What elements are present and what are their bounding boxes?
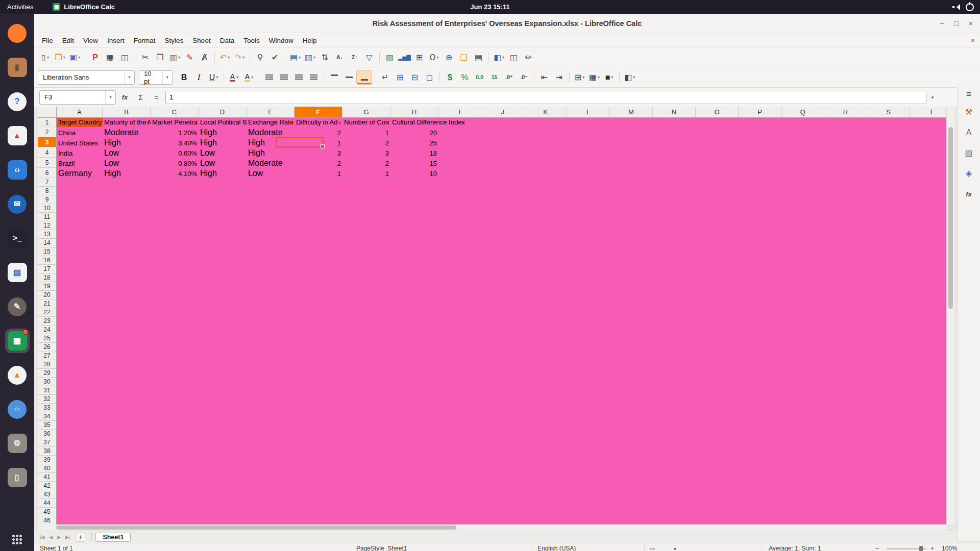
date-format-icon[interactable]: 15 bbox=[487, 70, 502, 84]
row-header[interactable]: 25 bbox=[38, 334, 56, 343]
cell[interactable]: India bbox=[57, 147, 103, 158]
save-icon[interactable]: ▣ ▾ bbox=[67, 51, 82, 64]
align-top-icon[interactable] bbox=[327, 70, 341, 84]
menu-help[interactable]: Help bbox=[298, 35, 322, 46]
zoom-slider-thumb[interactable] bbox=[919, 546, 923, 551]
cell[interactable]: 20 bbox=[390, 127, 438, 137]
underline-icon[interactable]: U ▾ bbox=[206, 70, 221, 84]
minimize-button[interactable]: − bbox=[940, 19, 944, 28]
page-style-status[interactable]: PageStyle_Sheet1 bbox=[356, 543, 407, 551]
cell[interactable]: 2 bbox=[342, 137, 390, 147]
column-header[interactable]: L bbox=[567, 107, 610, 117]
borders-icon[interactable]: ⊞ ▾ bbox=[572, 70, 587, 84]
cell[interactable]: Moderate bbox=[247, 158, 295, 168]
cell[interactable]: Germany bbox=[57, 168, 103, 178]
clear-formatting-icon[interactable]: Ⱥ bbox=[197, 51, 212, 64]
merge-center-icon[interactable]: ⊞ bbox=[393, 70, 407, 84]
cell[interactable]: High bbox=[247, 147, 295, 158]
column-header[interactable]: E bbox=[247, 107, 295, 117]
dock-chromium[interactable]: ○ bbox=[5, 397, 30, 421]
dock-thunderbird[interactable]: ✉ bbox=[5, 192, 30, 216]
column-header[interactable]: S bbox=[867, 107, 910, 117]
row-header[interactable]: 43 bbox=[38, 490, 56, 499]
row-header[interactable]: 45 bbox=[38, 508, 56, 516]
row-header[interactable]: 12 bbox=[38, 221, 56, 230]
column-header[interactable]: F bbox=[295, 107, 342, 117]
cell-cursor[interactable] bbox=[276, 137, 324, 147]
menu-file[interactable]: File bbox=[37, 35, 58, 46]
cell[interactable]: 1.20% bbox=[151, 127, 199, 137]
row-header[interactable]: 41 bbox=[38, 473, 56, 482]
cell[interactable]: 3 bbox=[342, 147, 390, 158]
export-pdf-icon[interactable]: P bbox=[88, 51, 103, 64]
bold-icon[interactable]: B bbox=[177, 70, 191, 84]
menu-tools[interactable]: Tools bbox=[239, 35, 264, 46]
add-decimal-icon[interactable]: .0⁺ bbox=[502, 70, 517, 84]
dock-vlc[interactable]: ▲ bbox=[5, 363, 30, 387]
cell[interactable]: Moderate bbox=[247, 127, 295, 137]
row-header[interactable]: 22 bbox=[38, 308, 56, 317]
number-format-icon[interactable]: 0.0 bbox=[472, 70, 487, 84]
cell[interactable]: Low bbox=[103, 147, 151, 158]
row-header[interactable]: 38 bbox=[38, 447, 56, 456]
currency-format-icon[interactable]: $ bbox=[443, 70, 457, 84]
close-document-icon[interactable]: × bbox=[971, 36, 975, 44]
insert-row-icon[interactable]: ▤ ▾ bbox=[288, 51, 303, 64]
menu-view[interactable]: View bbox=[79, 35, 103, 46]
row-header[interactable]: 18 bbox=[38, 273, 56, 282]
insert-column-icon[interactable]: ▥ ▾ bbox=[303, 51, 317, 64]
column-header[interactable]: K bbox=[524, 107, 567, 117]
sidebar-gallery-icon[interactable]: ▨ bbox=[962, 146, 976, 160]
row-header[interactable]: 30 bbox=[38, 378, 56, 386]
clock[interactable]: Jun 23 15:11 bbox=[0, 3, 980, 11]
row-header[interactable]: 46 bbox=[38, 516, 56, 524]
sidebar-settings-icon[interactable]: ≡ bbox=[966, 90, 971, 98]
column-header[interactable]: N bbox=[653, 107, 696, 117]
row-header[interactable]: 6 bbox=[38, 168, 56, 178]
column-header[interactable]: Q bbox=[781, 107, 824, 117]
cell[interactable]: Moderate bbox=[103, 127, 151, 137]
merge-cells-icon[interactable]: ⊟ bbox=[407, 70, 422, 84]
row-header[interactable]: 7 bbox=[38, 178, 56, 187]
tab-nav-last-icon[interactable]: ▶| bbox=[64, 535, 71, 540]
formula-input[interactable] bbox=[165, 91, 926, 104]
row-header[interactable]: 44 bbox=[38, 499, 56, 508]
zoom-level[interactable]: 100% bbox=[942, 543, 958, 551]
cell[interactable]: United States bbox=[57, 137, 103, 147]
column-header[interactable]: R bbox=[824, 107, 867, 117]
row-header[interactable]: 40 bbox=[38, 464, 56, 473]
insert-pivot-table-icon[interactable]: ⊞ bbox=[412, 51, 427, 64]
selection-mode-icon[interactable]: ▭ bbox=[650, 543, 655, 551]
cell[interactable]: 18 bbox=[390, 147, 438, 158]
zoom-out-button[interactable]: − bbox=[875, 543, 879, 551]
redo-icon[interactable]: ↷ ▾ bbox=[232, 51, 247, 64]
menu-edit[interactable]: Edit bbox=[58, 35, 79, 46]
tab-nav-next-icon[interactable]: ▶ bbox=[56, 535, 62, 540]
cell[interactable]: Market Penetra bbox=[151, 118, 199, 127]
new-icon[interactable]: ▯ ▾ bbox=[38, 51, 53, 64]
name-box[interactable]: F3 ▾ bbox=[39, 90, 116, 105]
clone-formatting-icon[interactable]: ✎ bbox=[182, 51, 197, 64]
cell[interactable]: 2 bbox=[295, 127, 342, 137]
dock-files[interactable]: ▮ bbox=[5, 55, 30, 80]
add-sheet-icon[interactable]: + bbox=[76, 533, 85, 542]
select-all-corner[interactable] bbox=[38, 107, 57, 117]
row-header[interactable]: 17 bbox=[38, 265, 56, 273]
column-header[interactable]: T bbox=[910, 107, 946, 117]
cell[interactable]: 15 bbox=[390, 158, 438, 168]
row-header[interactable]: 42 bbox=[38, 482, 56, 490]
cell[interactable]: High bbox=[103, 137, 151, 147]
row-header[interactable]: 20 bbox=[38, 291, 56, 299]
italic-icon[interactable]: I bbox=[191, 70, 206, 84]
hyperlink-icon[interactable]: ⊕ bbox=[442, 51, 456, 64]
column-header[interactable]: H bbox=[390, 107, 438, 117]
column-header[interactable]: C bbox=[151, 107, 199, 117]
align-bottom-icon[interactable] bbox=[356, 70, 372, 85]
percent-format-icon[interactable]: % bbox=[457, 70, 472, 84]
cell[interactable]: Low bbox=[247, 168, 295, 178]
wrap-text-icon[interactable]: ↵ bbox=[378, 70, 393, 84]
cell[interactable]: Maturity of the M bbox=[103, 118, 151, 127]
dock-settings[interactable]: ⚙ bbox=[5, 431, 30, 456]
background-color-icon[interactable]: ■ ▾ bbox=[602, 70, 617, 84]
cell[interactable]: Target Country bbox=[57, 118, 103, 127]
